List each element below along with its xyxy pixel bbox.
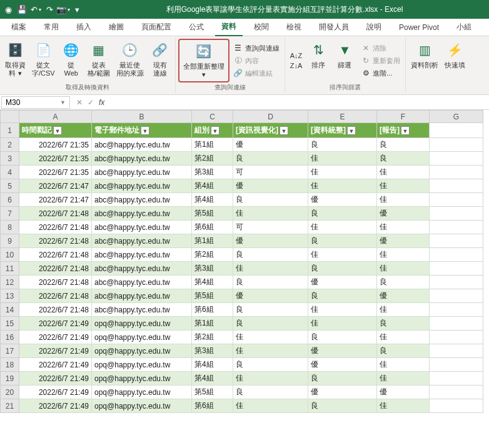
- cell-report[interactable]: 佳: [377, 303, 430, 317]
- customize-qat-icon[interactable]: ▾: [71, 4, 83, 15]
- col-header-D[interactable]: D: [233, 111, 308, 123]
- cell-infovis[interactable]: 良: [233, 303, 308, 317]
- cell-group[interactable]: 第6組: [192, 221, 233, 234]
- row-header[interactable]: 9: [1, 234, 19, 248]
- col-header-F[interactable]: F: [377, 111, 430, 123]
- cell-infovis[interactable]: 佳: [233, 207, 308, 221]
- cell-infovis[interactable]: 良: [233, 276, 308, 289]
- cell-infovis[interactable]: 優: [233, 234, 308, 248]
- cell-infovis[interactable]: 優: [233, 179, 308, 193]
- row-header[interactable]: 13: [1, 289, 19, 303]
- sort-za-button[interactable]: Z↓A: [289, 61, 304, 70]
- cell-dataorg[interactable]: 優: [308, 344, 377, 358]
- cell-email[interactable]: abc@happy.tyc.edu.tw: [92, 248, 192, 262]
- cell-timestamp[interactable]: 2022/6/7 21:47: [19, 179, 92, 193]
- cell-report[interactable]: 優: [377, 289, 430, 303]
- text-to-columns-button[interactable]: ▥ 資料剖析: [408, 39, 441, 92]
- cell-report[interactable]: 良: [377, 276, 430, 289]
- cell-group[interactable]: 第1組: [192, 234, 233, 248]
- cell-dataorg[interactable]: 佳: [308, 166, 377, 179]
- cell-dataorg[interactable]: 良: [308, 138, 377, 152]
- cell-group[interactable]: 第4組: [192, 372, 233, 386]
- cell-timestamp[interactable]: 2022/6/7 21:35: [19, 166, 92, 179]
- filter-button[interactable]: ▼ 篩選: [332, 39, 357, 82]
- cell-group[interactable]: 第3組: [192, 166, 233, 179]
- tab-home[interactable]: 常用: [38, 19, 65, 36]
- cell-group[interactable]: 第5組: [192, 289, 233, 303]
- recent-sources-button[interactable]: 🕒 最近使用的來源: [114, 39, 146, 82]
- cell-report[interactable]: 優: [377, 207, 430, 221]
- cell-timestamp[interactable]: 2022/6/7 21:49: [19, 317, 92, 331]
- undo-icon[interactable]: ↶▾: [30, 4, 41, 15]
- cell-group[interactable]: 第4組: [192, 179, 233, 193]
- cell-email[interactable]: abc@happy.tyc.edu.tw: [92, 179, 192, 193]
- cell-timestamp[interactable]: 2022/6/7 21:48: [19, 289, 92, 303]
- cell-infovis[interactable]: 可: [233, 166, 308, 179]
- cell-report[interactable]: 良: [377, 138, 430, 152]
- edit-links-button[interactable]: 🔗編輯連結: [232, 67, 281, 79]
- tab-team[interactable]: 小組: [450, 19, 478, 36]
- formula-bar[interactable]: [109, 101, 489, 104]
- from-table-button[interactable]: ▦ 從表格/範圍: [85, 39, 113, 82]
- table-header-infovis[interactable]: [資訊視覺化]▼: [233, 123, 308, 138]
- row-header[interactable]: 20: [1, 386, 19, 399]
- cell-dataorg[interactable]: 良: [308, 262, 377, 276]
- cell-group[interactable]: 第2組: [192, 248, 233, 262]
- cell-report[interactable]: 良: [377, 152, 430, 166]
- row-header[interactable]: 7: [1, 207, 19, 221]
- select-all-cell[interactable]: [1, 111, 19, 123]
- cell-email[interactable]: opq@happy.tyc.edu.tw: [92, 399, 192, 413]
- cell-infovis[interactable]: 佳: [233, 344, 308, 358]
- tab-file[interactable]: 檔案: [5, 19, 33, 36]
- cell-group[interactable]: 第6組: [192, 399, 233, 413]
- from-text-csv-button[interactable]: 📄 從文字/CSV: [29, 39, 58, 82]
- cell-report[interactable]: 佳: [377, 262, 430, 276]
- cell-timestamp[interactable]: 2022/6/7 21:35: [19, 138, 92, 152]
- cell-dataorg[interactable]: 優: [308, 358, 377, 372]
- tab-data[interactable]: 資料: [215, 18, 243, 36]
- cell-report[interactable]: 佳: [377, 193, 430, 207]
- save-icon[interactable]: 💾: [16, 4, 28, 15]
- reapply-button[interactable]: ↻重新套用: [360, 55, 401, 66]
- cell-report[interactable]: 佳: [377, 179, 430, 193]
- cell-group[interactable]: 第5組: [192, 386, 233, 399]
- cell-timestamp[interactable]: 2022/6/7 21:49: [19, 399, 92, 413]
- refresh-all-button[interactable]: 🔄 全部重新整理▾: [178, 39, 229, 82]
- cell-infovis[interactable]: 佳: [233, 262, 308, 276]
- cell-report[interactable]: 佳: [377, 221, 430, 234]
- cell-group[interactable]: 第5組: [192, 207, 233, 221]
- cell-email[interactable]: abc@happy.tyc.edu.tw: [92, 138, 192, 152]
- row-header[interactable]: 6: [1, 193, 19, 207]
- queries-connections-button[interactable]: ☰查詢與連線: [232, 42, 281, 54]
- table-header-group[interactable]: 組別▼: [192, 123, 233, 138]
- cell-report[interactable]: 良: [377, 317, 430, 331]
- cell-timestamp[interactable]: 2022/6/7 21:48: [19, 276, 92, 289]
- cell-dataorg[interactable]: 良: [308, 399, 377, 413]
- cell-dataorg[interactable]: 佳: [308, 152, 377, 166]
- tab-insert[interactable]: 插入: [70, 19, 98, 36]
- filter-dropdown-icon[interactable]: ▼: [53, 126, 62, 135]
- cell-email[interactable]: abc@happy.tyc.edu.tw: [92, 166, 192, 179]
- row-header[interactable]: 14: [1, 303, 19, 317]
- cell-group[interactable]: 第3組: [192, 344, 233, 358]
- tab-developer[interactable]: 開發人員: [313, 19, 355, 36]
- row-header[interactable]: 8: [1, 221, 19, 234]
- cell-report[interactable]: 佳: [377, 358, 430, 372]
- from-web-button[interactable]: 🌐 從Web: [59, 39, 84, 82]
- table-header-dataorg[interactable]: [資料統整]▼: [308, 123, 377, 138]
- filter-dropdown-icon[interactable]: ▼: [211, 126, 219, 135]
- get-data-button[interactable]: 🗄️ 取得資料 ▾: [3, 39, 28, 82]
- row-header[interactable]: 12: [1, 276, 19, 289]
- cell-email[interactable]: abc@happy.tyc.edu.tw: [92, 276, 192, 289]
- cell-timestamp[interactable]: 2022/6/7 21:49: [19, 386, 92, 399]
- cell-email[interactable]: opq@happy.tyc.edu.tw: [92, 372, 192, 386]
- cell-infovis[interactable]: 良: [233, 386, 308, 399]
- cell-group[interactable]: 第3組: [192, 262, 233, 276]
- cell-email[interactable]: abc@happy.tyc.edu.tw: [92, 234, 192, 248]
- cell-infovis[interactable]: 良: [233, 193, 308, 207]
- cell-dataorg[interactable]: 優: [308, 276, 377, 289]
- filter-dropdown-icon[interactable]: ▼: [401, 126, 410, 135]
- cell-group[interactable]: 第1組: [192, 317, 233, 331]
- cell-timestamp[interactable]: 2022/6/7 21:49: [19, 344, 92, 358]
- enter-formula-icon[interactable]: ✓: [88, 98, 94, 107]
